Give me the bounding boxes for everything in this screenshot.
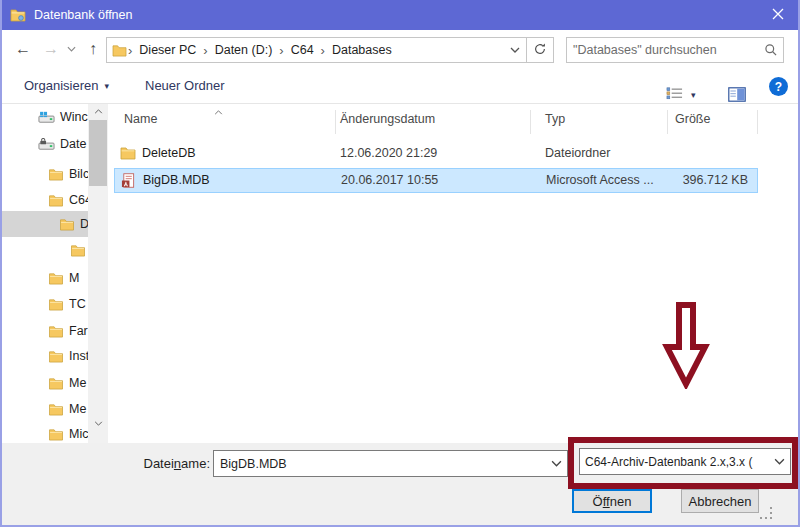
filename-input[interactable]	[214, 457, 545, 471]
refresh-button[interactable]	[526, 38, 553, 62]
navigation-row: ← → ↑ › Dieser PC › Daten (D:) › C64 › D…	[2, 30, 798, 68]
scroll-down-icon[interactable]	[88, 416, 108, 431]
resize-grip[interactable]	[758, 505, 774, 524]
column-divider[interactable]	[530, 110, 531, 134]
organize-label: Organisieren	[24, 78, 98, 93]
folder-icon	[48, 428, 64, 441]
close-icon	[772, 8, 784, 23]
tree-item-tc[interactable]: TC	[2, 291, 88, 317]
file-row-bigdb-selected[interactable]: BigDB.MDB 20.06.2017 10:55 Microsoft Acc…	[114, 168, 758, 193]
chevron-down-icon: ▾	[104, 81, 109, 91]
organize-menu-button[interactable]: Organisieren ▾	[24, 68, 109, 103]
chevron-down-icon: ▾	[691, 90, 696, 100]
window-title: Datenbank öffnen	[34, 8, 132, 22]
column-header-type[interactable]: Typ	[545, 112, 565, 126]
tree-item-label: Mic	[69, 427, 88, 441]
cancel-button[interactable]: Abbrechen	[681, 489, 759, 513]
windows-drive-icon	[38, 111, 55, 124]
tree-item-label: C64	[69, 193, 88, 207]
column-divider[interactable]	[757, 110, 758, 134]
search-icon[interactable]	[759, 43, 783, 57]
file-type: Microsoft Access ...	[546, 173, 654, 187]
tree-item-bilder[interactable]: Bilc	[2, 161, 88, 187]
details-view-icon	[666, 86, 683, 103]
column-divider[interactable]	[667, 110, 668, 134]
tree-item-inst[interactable]: Inst	[2, 343, 88, 369]
access-db-icon	[121, 173, 136, 188]
search-box	[566, 37, 784, 63]
open-button[interactable]: Öffnen	[572, 489, 652, 513]
breadcrumb-databases[interactable]: Databases	[326, 38, 398, 62]
column-header-size[interactable]: Größe	[675, 112, 710, 126]
breadcrumb: › Dieser PC › Daten (D:) › C64 › Databas…	[127, 38, 504, 62]
close-button[interactable]	[755, 0, 800, 30]
search-input[interactable]	[567, 43, 759, 57]
dialog-footer: Dateiname: C64-Archiv-Datenbank 2.x,3.x …	[2, 443, 798, 525]
address-bar[interactable]: › Dieser PC › Daten (D:) › C64 › Databas…	[106, 37, 554, 63]
new-folder-label: Neuer Ordner	[145, 78, 224, 93]
command-toolbar: Organisieren ▾ Neuer Ordner ▾ ?	[2, 68, 798, 104]
refresh-icon	[533, 42, 547, 59]
file-name: BigDB.MDB	[143, 173, 210, 187]
column-header-date[interactable]: Änderungsdatum	[340, 112, 435, 126]
tree-item-databases-selected[interactable]: D	[2, 211, 88, 237]
file-date: 20.06.2017 10:55	[341, 173, 438, 187]
tree-item-me2[interactable]: Me	[2, 396, 88, 422]
titlebar: Datenbank öffnen	[0, 0, 800, 30]
address-dropdown-chevron-icon[interactable]	[504, 38, 526, 62]
back-button[interactable]: ←	[10, 37, 36, 61]
breadcrumb-c64[interactable]: C64	[285, 38, 320, 62]
recent-locations-chevron-icon[interactable]	[64, 37, 78, 61]
preview-pane-icon	[728, 87, 746, 105]
filetype-value: C64-Archiv-Datenbank 2.x,3.x (	[580, 455, 768, 469]
file-list: Name Änderungsdatum Typ Größe DeleteDB 1…	[110, 104, 798, 443]
tree-item-mic[interactable]: Mic	[2, 421, 88, 443]
sidebar-scrollbar[interactable]	[88, 104, 108, 443]
file-name: DeleteDB	[142, 146, 196, 160]
folder-tree-sidebar: Winc Date Bilc C64 D M TC	[2, 104, 88, 443]
filename-combobox	[213, 450, 568, 477]
folder-icon	[120, 146, 136, 160]
tree-item-me1[interactable]: Me	[2, 370, 88, 396]
open-database-dialog: Datenbank öffnen ← → ↑ › Dieser PC › Dat…	[0, 0, 800, 527]
tree-item-label: Me	[69, 376, 86, 390]
column-header-name[interactable]: Name	[124, 112, 157, 126]
file-row-deletedb[interactable]: DeleteDB 12.06.2020 21:29 Dateiordner	[114, 142, 758, 167]
chevron-down-icon[interactable]	[545, 460, 567, 467]
sort-ascending-icon	[214, 104, 223, 118]
folder-icon	[59, 218, 75, 231]
annotation-down-arrow-icon	[662, 301, 710, 392]
filename-label: Dateiname:	[62, 456, 210, 471]
tree-item-label: TC	[69, 297, 86, 311]
breadcrumb-dieser-pc[interactable]: Dieser PC	[133, 38, 202, 62]
tree-item-subfolder[interactable]	[2, 237, 88, 263]
tree-item-label: Inst	[69, 349, 88, 363]
folder-icon	[48, 325, 64, 338]
column-divider[interactable]	[335, 110, 336, 134]
help-icon: ?	[775, 80, 782, 94]
tree-item-label: M	[69, 271, 79, 285]
tree-item-far[interactable]: Far	[2, 318, 88, 344]
file-size: 396.712 KB	[676, 173, 748, 187]
tree-item-windows-drive[interactable]: Winc	[2, 104, 88, 130]
folder-icon	[70, 244, 86, 257]
tree-item-c64[interactable]: C64	[2, 187, 88, 213]
tree-item-label: Far	[69, 324, 88, 338]
breadcrumb-daten-d[interactable]: Daten (D:)	[209, 38, 279, 62]
tree-item-m[interactable]: M	[2, 265, 88, 291]
new-folder-button[interactable]: Neuer Ordner	[145, 68, 224, 103]
scrollbar-thumb[interactable]	[89, 120, 107, 186]
tree-item-daten-drive[interactable]: Date	[2, 131, 88, 157]
app-folder-icon	[10, 8, 26, 22]
scroll-up-icon[interactable]	[88, 104, 108, 119]
address-folder-icon	[112, 44, 127, 57]
tree-item-label: Bilc	[69, 167, 88, 181]
folder-icon	[48, 194, 64, 207]
forward-button[interactable]: →	[38, 37, 64, 61]
folder-icon	[48, 403, 64, 416]
filetype-dropdown[interactable]: C64-Archiv-Datenbank 2.x,3.x (	[579, 448, 791, 475]
help-button[interactable]: ?	[769, 77, 788, 96]
folder-icon	[48, 168, 64, 181]
up-button[interactable]: ↑	[80, 37, 106, 61]
file-type: Dateiordner	[545, 146, 610, 160]
